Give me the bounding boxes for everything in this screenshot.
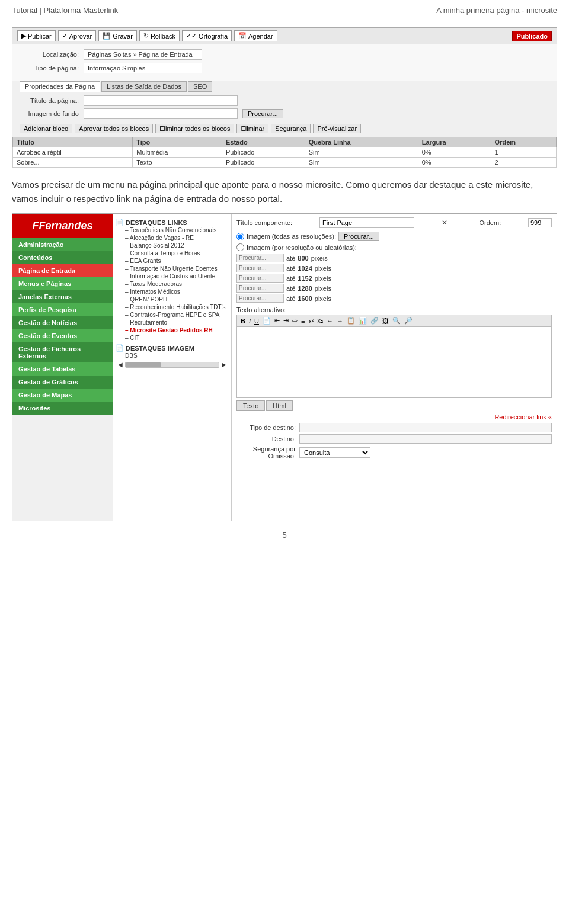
zoom-in-button[interactable]: 🔍 — [391, 316, 402, 325]
tab-propriedades[interactable]: Propriedades da Página — [20, 81, 100, 92]
horizontal-scrollbar[interactable]: ◀ ▶ — [116, 360, 229, 369]
italic-button[interactable]: I — [248, 317, 252, 325]
list-button[interactable]: ≡ — [300, 317, 306, 325]
imagem-por-radio[interactable] — [236, 243, 244, 251]
sidebar-nav: FFernandes Administração Conteúdos Págin… — [12, 214, 113, 521]
procurar-button[interactable]: Procurar... — [242, 109, 283, 118]
sidebar-item-microsites[interactable]: Microsites — [12, 402, 113, 415]
procurar-todas-button[interactable]: Procurar... — [338, 232, 379, 241]
list-item[interactable]: – QREN/ POPH — [116, 296, 229, 303]
procurar-1600-input[interactable] — [236, 294, 284, 303]
sidebar-item-perfis[interactable]: Perfis de Pesquisa — [12, 303, 113, 316]
gravar-button[interactable]: 💾 Gravar — [98, 30, 137, 41]
tab-listas[interactable]: Listas de Saída de Dados — [101, 81, 187, 92]
procurar-800-input[interactable] — [236, 254, 284, 262]
copy-button[interactable]: 📋 — [346, 316, 356, 325]
procurar-1024-input[interactable] — [236, 264, 284, 272]
publicado-status-button[interactable]: Publicado — [512, 31, 552, 41]
seguranca-select[interactable]: Consulta Nenhuma Admin — [299, 447, 370, 458]
list-item[interactable]: – Contratos-Programa HEPE e SPA — [116, 311, 229, 319]
list-item[interactable]: – Taxas Moderadoras — [116, 280, 229, 288]
titulo-componente-input[interactable] — [319, 217, 414, 228]
subscript-button[interactable]: x₂ — [317, 316, 325, 325]
insert-button[interactable]: 📄 — [261, 316, 272, 325]
redo-button[interactable]: → — [335, 317, 344, 325]
list-item[interactable]: – Informação de Custos ao Utente — [116, 272, 229, 280]
aprovar-todos-button[interactable]: Aprovar todos os blocos — [75, 124, 153, 133]
seguranca-button[interactable]: Segurança — [271, 124, 311, 133]
scroll-left-arrow[interactable]: ◀ — [118, 361, 123, 368]
eliminar-todos-button[interactable]: Eliminar todos os blocos — [155, 124, 234, 133]
pre-visualizar-button[interactable]: Pré-visualizar — [313, 124, 361, 133]
pixeis-label-4: pixeis — [315, 285, 331, 292]
ortografia-button[interactable]: ✓✓ Ortografia — [182, 30, 232, 41]
row2-quebra: Sim — [305, 158, 418, 168]
list-item[interactable]: – Transporte Não Urgente Doentes — [116, 265, 229, 272]
sidebar-item-eventos[interactable]: Gestão de Eventos — [12, 329, 113, 342]
list-item[interactable]: – Alocação de Vagas - RE — [116, 234, 229, 242]
bold-button[interactable]: B — [239, 317, 247, 325]
list-item-active[interactable]: – Microsite Gestão Pedidos RH — [116, 326, 229, 334]
sidebar-item-mapas[interactable]: Gestão de Mapas — [12, 389, 113, 402]
list-item[interactable]: – Terapêuticas Não Convencionais — [116, 226, 229, 234]
tab-seo[interactable]: SEO — [188, 81, 212, 92]
destino-input[interactable] — [299, 434, 552, 444]
tab-html[interactable]: Html — [266, 400, 293, 411]
align-left-button[interactable]: ⇤ — [273, 316, 281, 325]
pixel-row-3: até 1152 pixeis — [236, 274, 552, 283]
second-screenshot-box: FFernandes Administração Conteúdos Págin… — [12, 213, 557, 521]
superscript-button[interactable]: x² — [307, 317, 315, 325]
align-right-button[interactable]: ⇨ — [291, 316, 299, 325]
zoom-out-button[interactable]: 🔎 — [403, 316, 414, 325]
procurar-1152-input[interactable] — [236, 274, 284, 283]
eliminar-button[interactable]: Eliminar — [236, 124, 268, 133]
tree-section-links: 📄 DESTAQUES LINKS — [116, 219, 229, 226]
close-icon[interactable]: ✕ — [442, 219, 447, 227]
sidebar-item-tabelas[interactable]: Gestão de Tabelas — [12, 362, 113, 376]
tipo-destino-input[interactable] — [299, 423, 552, 432]
row2-largura: 0% — [418, 158, 491, 168]
underline-button[interactable]: U — [253, 317, 260, 325]
list-item[interactable]: – Recrutamento — [116, 319, 229, 326]
publicar-button[interactable]: ▶ Publicar — [17, 30, 56, 41]
procurar-1280-input[interactable] — [236, 284, 284, 293]
sidebar-item-administracao[interactable]: Administração — [12, 238, 113, 251]
align-center-button[interactable]: ⇥ — [282, 316, 290, 325]
scroll-track[interactable] — [125, 362, 219, 368]
sidebar-item-janelas[interactable]: Janelas Externas — [12, 290, 113, 303]
rollback-button[interactable]: ↻ Rollback — [139, 30, 180, 41]
list-item[interactable]: – CIT — [116, 334, 229, 342]
ate-label-5: até — [286, 295, 295, 302]
sidebar-item-noticias[interactable]: Gestão de Notícias — [12, 316, 113, 329]
list-item[interactable]: – Reconhecimento Habilitações TDT's — [116, 303, 229, 311]
tab-texto[interactable]: Texto — [236, 400, 265, 411]
adicionar-bloco-button[interactable]: Adicionar bloco — [20, 124, 72, 133]
sidebar-item-graficos[interactable]: Gestão de Gráficos — [12, 376, 113, 389]
sidebar-item-ficheiros[interactable]: Gestão de Ficheiros Externos — [12, 342, 113, 362]
ate-label-2: até — [286, 265, 295, 272]
imagem-todas-radio[interactable] — [236, 233, 244, 240]
imagem-label: Imagem de fundo — [20, 110, 79, 117]
list-item[interactable]: – Internatos Médicos — [116, 288, 229, 296]
redireccionar-link[interactable]: Redireccionar link « — [494, 413, 552, 421]
scroll-right-arrow[interactable]: ▶ — [222, 361, 226, 368]
editor-area[interactable] — [236, 327, 552, 398]
titulo-input[interactable] — [84, 95, 238, 106]
list-item[interactable]: – EEA Grants — [116, 257, 229, 265]
imagem-input[interactable] — [84, 108, 238, 119]
paste-button[interactable]: 📊 — [357, 316, 368, 325]
row1-quebra: Sim — [305, 147, 418, 158]
sidebar-item-conteudos[interactable]: Conteúdos — [12, 251, 113, 264]
agendar-button[interactable]: 📅 Agendar — [234, 30, 277, 41]
list-item[interactable]: – Consulta a Tempo e Horas — [116, 249, 229, 257]
sidebar-item-menus[interactable]: Menus e Páginas — [12, 277, 113, 290]
sidebar-item-pagina-entrada[interactable]: Página de Entrada — [12, 264, 113, 277]
list-item[interactable]: DBS — [116, 352, 229, 360]
ordem-input[interactable] — [528, 218, 552, 227]
aprovar-button[interactable]: ✓ Aprovar — [58, 30, 97, 41]
col-ordem: Ordem — [491, 137, 556, 147]
image-button[interactable]: 🖼 — [381, 317, 390, 325]
undo-button[interactable]: ← — [325, 317, 334, 325]
link-button[interactable]: 🔗 — [369, 316, 380, 325]
list-item[interactable]: – Balanço Social 2012 — [116, 242, 229, 249]
